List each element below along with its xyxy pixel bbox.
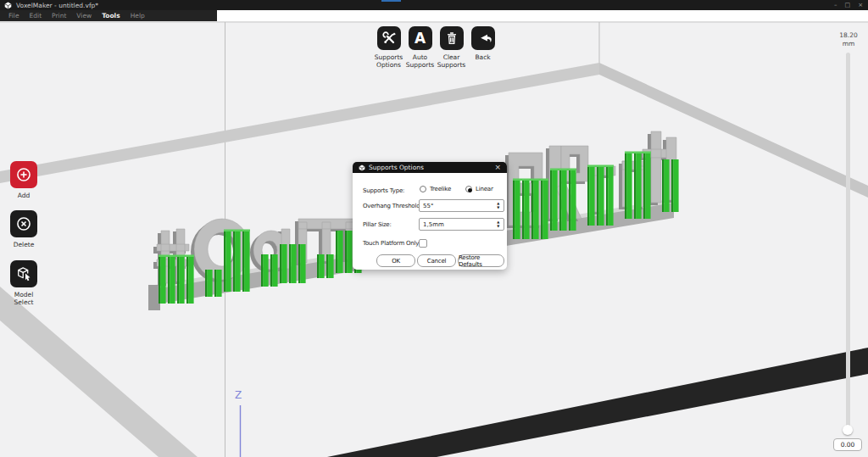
- clear-supports-label: Clear Supports: [436, 53, 467, 70]
- dialog-close-icon[interactable]: ×: [494, 164, 501, 171]
- pillar-size-value[interactable]: 1,5mm: [420, 221, 494, 228]
- auto-supports-button[interactable]: A: [409, 26, 432, 50]
- menu-tools[interactable]: Tools: [102, 12, 120, 20]
- cube-cursor-icon: [14, 265, 33, 283]
- platform-front-edge: [327, 348, 868, 457]
- pillar-size-stepper[interactable]: ▲ ▼: [494, 220, 503, 228]
- circle-plus-icon: [14, 165, 33, 184]
- height-slider-handle[interactable]: [843, 425, 853, 435]
- z-axis: Z: [235, 389, 242, 457]
- dialog-body: Supports Type: Treelike Linear Overhang …: [353, 173, 507, 270]
- overhang-threshold-label: Overhang Threshold:: [363, 203, 422, 209]
- radio-treelike-label: Treelike: [430, 186, 451, 192]
- window-title: VoxelMaker - untitled.vfp*: [16, 2, 98, 9]
- maximize-button[interactable]: □: [845, 3, 851, 8]
- menu-view[interactable]: View: [76, 12, 92, 20]
- overhang-threshold-stepper[interactable]: ▲ ▼: [494, 202, 503, 209]
- radio-linear-circle[interactable]: [465, 186, 472, 192]
- letter-a-icon: A: [415, 31, 426, 46]
- slider-max-value: 18.20: [834, 31, 863, 40]
- pillar-size-label: Pillar Size:: [363, 221, 392, 228]
- pillar-size-input[interactable]: 1,5mm ▲ ▼: [419, 218, 504, 231]
- app-logo-icon: [4, 2, 12, 9]
- supports-options-label: Supports Options: [373, 53, 404, 70]
- dialog-title-bar[interactable]: Supports Options ×: [353, 162, 507, 173]
- trash-icon: [443, 30, 460, 47]
- ok-button[interactable]: OK: [376, 254, 415, 267]
- menu-file[interactable]: File: [8, 12, 19, 20]
- dialog-logo-icon: [359, 164, 365, 171]
- supports-options-button[interactable]: [377, 26, 401, 50]
- height-slider-track[interactable]: [846, 53, 850, 427]
- back-arrow-icon: [475, 30, 492, 47]
- overhang-threshold-input[interactable]: 55° ▲ ▼: [419, 199, 504, 212]
- window-controls: – □ ×: [834, 0, 863, 10]
- menu-print[interactable]: Print: [52, 12, 66, 20]
- menu-strip: File Edit Print View Tools Help: [0, 10, 217, 21]
- wrench-screwdriver-icon: [381, 30, 398, 47]
- menu-help[interactable]: Help: [131, 12, 145, 20]
- auto-supports-label: Auto Supports: [404, 53, 436, 70]
- back-button[interactable]: [471, 26, 495, 50]
- circle-cross-icon: [14, 215, 33, 233]
- title-bar: VoxelMaker - untitled.vfp* – □ ×: [0, 0, 868, 10]
- minimize-button[interactable]: –: [834, 3, 837, 8]
- slider-unit: mm: [834, 40, 863, 48]
- touch-platform-only-label: Touch Platform Only:: [363, 240, 420, 247]
- stepper-down-icon[interactable]: ▼: [497, 225, 499, 228]
- supports-type-label: Supports Type:: [363, 187, 404, 194]
- model-toolbar: Add Delete Model Select: [7, 161, 41, 318]
- menu-edit[interactable]: Edit: [30, 12, 42, 20]
- radio-linear[interactable]: Linear: [465, 186, 493, 192]
- back-label: Back: [475, 53, 490, 61]
- delete-button[interactable]: [10, 210, 37, 237]
- height-slider-value: 0.00: [833, 438, 862, 451]
- close-button[interactable]: ×: [858, 3, 863, 8]
- radio-treelike-circle[interactable]: [420, 186, 426, 192]
- slider-max-label: 18.20 mm: [834, 31, 863, 48]
- radio-treelike[interactable]: Treelike: [420, 186, 451, 192]
- restore-defaults-button[interactable]: Restore Defaults: [458, 254, 504, 267]
- stepper-down-icon[interactable]: ▼: [497, 206, 499, 209]
- add-button[interactable]: [10, 161, 37, 188]
- delete-label: Delete: [14, 241, 35, 248]
- clear-supports-button[interactable]: [440, 26, 464, 50]
- model-select-label: Model Select: [7, 291, 41, 307]
- radio-linear-label: Linear: [476, 186, 493, 192]
- menu-bar: File Edit Print View Tools Help: [0, 10, 868, 21]
- dialog-title: Supports Options: [369, 164, 424, 171]
- model-select-button[interactable]: [10, 260, 37, 287]
- add-label: Add: [18, 192, 31, 199]
- titlebar-accent: [381, 0, 401, 2]
- supports-options-dialog: Supports Options × Supports Type: Treeli…: [353, 162, 507, 270]
- cancel-button[interactable]: Cancel: [417, 254, 456, 267]
- touch-platform-only-checkbox[interactable]: [419, 239, 427, 248]
- supports-toolbar: Supports Options A Auto Supports Clear S…: [373, 26, 498, 70]
- z-axis-label: Z: [235, 389, 242, 401]
- overhang-threshold-value[interactable]: 55°: [420, 203, 494, 209]
